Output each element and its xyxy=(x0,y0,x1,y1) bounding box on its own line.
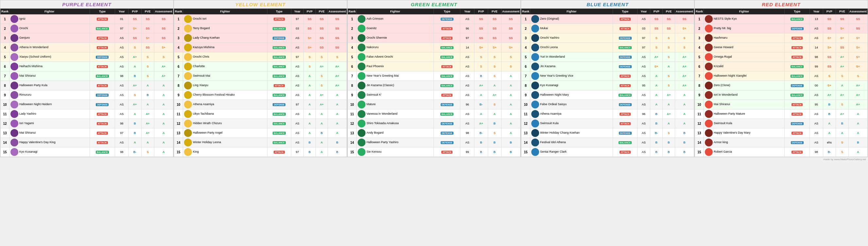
type-badge: ATTACK xyxy=(792,46,803,49)
table-row: 13Andy BogardDEFENSE98B-SA xyxy=(348,129,521,138)
section-blue: BLUE ELEMENTRankFighterTypeYearPVPPVEAss… xyxy=(521,0,694,157)
avatar xyxy=(358,101,366,108)
type-badge: ATTACK xyxy=(792,103,803,106)
table-row: 6KrizalidBALANCE99SSA+S+ xyxy=(695,62,868,72)
avatar xyxy=(358,110,366,118)
type-badge: BALANCE xyxy=(273,94,286,97)
avatar xyxy=(531,148,539,156)
avatar xyxy=(184,62,192,71)
avatar xyxy=(184,82,192,89)
fighter-name: Hidden Wrath Chizuru xyxy=(193,121,222,125)
fighter-name: Genjuro xyxy=(19,36,30,39)
fighter-name: Festival Idol Athena xyxy=(540,140,566,144)
avatar xyxy=(184,139,192,146)
table-row: 1Ash CrimsonDEFENSEASSSSSSS xyxy=(348,15,521,24)
table-row: 9Cherry Blossom Festival HinakoBALANCEAS… xyxy=(174,90,347,100)
type-badge: ATTACK xyxy=(274,84,285,87)
avatar xyxy=(184,72,192,80)
section-red: RED ELEMENTRankFighterTypeYearPVPPVEAsse… xyxy=(694,0,868,157)
table-row: 2Terry BogardBALANCE03SSSSSS xyxy=(174,24,347,33)
fighter-name: Paul Phoenix xyxy=(367,64,384,68)
table-row: 9Iori in WonderlandBALANCEASA+A+A+ xyxy=(695,90,868,100)
table-row: 1IgnizATTACK01SSSSSS xyxy=(1,15,173,24)
fighter-name: Haohmaru xyxy=(714,36,727,39)
avatar xyxy=(531,101,539,108)
red-header: RED ELEMENT xyxy=(695,0,868,8)
avatar xyxy=(10,34,18,42)
type-badge: BALANCE xyxy=(440,84,454,87)
table-row: 13Winter Holiday Chang KoehanDEFENSEASB-… xyxy=(522,129,694,138)
type-badge: DEFENSE xyxy=(619,65,632,68)
fighter-name: Halloween Night Xiangfei xyxy=(714,74,747,77)
avatar xyxy=(358,139,366,146)
avatar xyxy=(531,62,539,71)
footer: made by www.MakePhotoGallery.net xyxy=(0,157,868,162)
table-row: 2MukaiATTACK03SSSSS+ xyxy=(522,24,694,33)
table-row: 4NakoruruBALANCE14S+S+S+ xyxy=(348,43,521,52)
table-row: 12Swimsuit KulaATTACKASBAA xyxy=(522,119,694,129)
fighter-name: Xiaoyu (School Uniform) xyxy=(19,55,51,58)
fighter-name: Orochi Chris xyxy=(193,55,209,58)
type-badge: BALANCE xyxy=(790,18,804,21)
table-row: 7Swimsuit MaiBALANCEASASA+ xyxy=(174,72,347,81)
type-badge: BALANCE xyxy=(96,75,109,78)
fighter-name: Winter Holiday Leona xyxy=(193,140,221,144)
table-row: 10Halloween Night HeidernDEFENSEASA+AA xyxy=(1,100,173,109)
avatar xyxy=(705,72,713,80)
table-row: 4Orochi LeonaBALANCE97SSS xyxy=(522,43,694,52)
avatar xyxy=(184,34,192,42)
avatar xyxy=(10,101,18,108)
fighter-name: Athena Asamiya xyxy=(193,103,214,106)
avatar xyxy=(10,148,18,156)
avatar xyxy=(184,91,192,99)
fighter-name: Heihachi Mishima xyxy=(19,64,42,68)
type-badge: ATTACK xyxy=(97,132,108,135)
table-row: 12Iori YagamiATTACK98BA+A xyxy=(1,119,173,129)
table-row: 6Heihachi MishimaATTACKASASA+ xyxy=(1,62,173,72)
table-row: 1Zero (Original)ATTACKASSSSSSS xyxy=(522,15,694,24)
avatar xyxy=(10,91,18,99)
fighter-name: Igniz xyxy=(19,17,26,20)
avatar xyxy=(184,110,192,118)
avatar xyxy=(10,15,18,23)
fighter-name: Krizalid xyxy=(714,64,723,68)
fighter-name: Winter Holiday Chang Koehan xyxy=(540,131,580,134)
fighter-name: Armor king xyxy=(714,140,728,144)
fighter-name: Halloween Night Mary xyxy=(540,93,569,96)
type-badge: ATTACK xyxy=(97,141,108,144)
avatar xyxy=(705,110,713,118)
avatar xyxy=(184,101,192,108)
table-row: 7New Year's Greeting ViceATTACKASASA+ xyxy=(522,72,694,81)
avatar xyxy=(10,119,18,128)
main-container: PURPLE ELEMENTRankFighterTypeYearPVPPVEA… xyxy=(0,0,868,157)
type-badge: DEFENSE xyxy=(96,103,108,106)
type-badge: ATTACK xyxy=(97,18,108,21)
type-badge: BALANCE xyxy=(273,75,286,78)
fighter-name: False Ordeal Saisyu xyxy=(540,103,566,106)
fighter-name: Cherry Blossom Festival Hinako xyxy=(193,93,235,96)
avatar xyxy=(10,129,18,137)
table-row: 9RimururuDEFENSEASSBA xyxy=(1,90,173,100)
table-row: 10Mai ShiranuiATTACK95BSA+ xyxy=(695,100,868,109)
fighter-name: Halloween Party Angel xyxy=(193,131,223,134)
type-badge: ATTACK xyxy=(620,113,631,116)
fighter-name: Charlotte xyxy=(193,64,205,68)
type-badge: BALANCE xyxy=(619,94,632,97)
type-badge: BALANCE xyxy=(273,56,286,59)
fighter-name: Mai Shiranui xyxy=(19,131,36,134)
fighter-name: Nakoruru xyxy=(367,46,379,49)
fighter-name: Terry Bogard xyxy=(193,27,210,30)
table-row: 2Pretty Mr. bigDEFENSEASSSS+SS xyxy=(695,24,868,33)
fighter-name: Goenitz xyxy=(367,27,377,30)
type-badge: ATTACK xyxy=(97,122,108,125)
fighter-name: King xyxy=(193,150,199,153)
table-row: 8Kyo KusanagiATTACK95ASA+ xyxy=(522,81,694,90)
avatar xyxy=(531,25,539,32)
table-row: 8Halloween Party KulaATTACKASA+AA xyxy=(1,81,173,90)
avatar xyxy=(358,34,366,42)
fighter-name: Orochi Iori xyxy=(193,17,207,20)
avatar xyxy=(705,53,713,61)
yellow-header: YELLOW ELEMENT xyxy=(174,0,347,8)
table-row: 8Ling XiaoyuATTACKASASA+ xyxy=(174,81,347,90)
type-badge: DEFENSE xyxy=(441,103,454,106)
